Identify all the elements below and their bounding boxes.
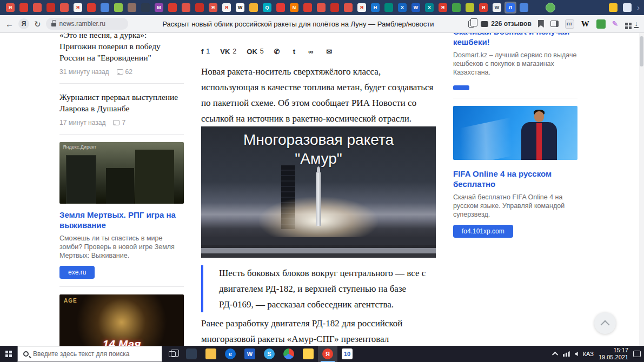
ad-image[interactable]: AGE 14 Мая [59,294,184,346]
profile-avatar[interactable] [546,3,555,12]
browser-tab[interactable]: Я [221,2,233,14]
ad-title[interactable]: Земля Мертвых. РПГ игра на выживание [59,210,184,230]
taskbar-app-button[interactable]: 10 [337,346,357,362]
browser-tab[interactable]: Л [504,2,516,14]
screenshot-pen-icon[interactable]: ✎ [612,19,619,28]
browser-tab[interactable] [194,2,205,14]
notification-center-icon[interactable] [633,351,641,357]
clock[interactable]: 15:17 19.05.2021 [599,347,628,361]
share-button[interactable]: ✆ [274,48,283,56]
share-button[interactable]: ✉ [326,48,335,56]
taskbar-app-button[interactable] [182,346,201,362]
tabstrip-light-ext-icon[interactable] [623,3,632,12]
collections-grid-icon[interactable] [625,23,628,25]
browser-tab[interactable] [518,2,530,14]
share-button[interactable]: OK 5 [247,48,263,56]
taskbar-search[interactable] [17,346,162,362]
copy-link-icon[interactable] [468,21,474,28]
taskbar-app-button[interactable] [201,346,221,362]
browser-tab[interactable] [383,2,395,14]
address-bar[interactable]: news.rambler.ru [46,18,128,30]
browser-tab[interactable] [58,2,70,14]
browser-tab[interactable]: W [410,2,422,14]
browser-tab[interactable]: Я [356,2,368,14]
share-button[interactable]: t [293,48,298,56]
scrollbar-thumb[interactable] [640,36,643,66]
browser-tab[interactable]: Н [369,2,381,14]
article-comments[interactable]: 7 [113,119,125,126]
tabstrip-overflow-chevron-icon[interactable]: › [637,3,640,12]
browser-tab[interactable] [302,2,314,14]
start-button[interactable] [0,346,17,362]
browser-tab[interactable]: Я [437,2,449,14]
browser-tab[interactable]: Я [477,2,489,14]
language-indicator[interactable]: КАЗ [583,351,594,357]
browser-tab[interactable]: X [423,2,435,14]
share-button[interactable]: VK 2 [220,48,236,56]
ad-title[interactable]: FIFA Online 4 на русском бесплатно [453,169,577,189]
browser-tab[interactable] [31,2,43,14]
browser-tab[interactable]: M [153,2,165,14]
right-ad-dosmart[interactable]: Скачивай Dosmart и получай кешбеки! Dosm… [453,33,577,90]
browser-tab[interactable]: N [288,2,300,14]
network-icon[interactable] [563,351,570,357]
browser-tab[interactable]: Я [72,2,84,14]
ad-image[interactable]: Яндекс.Директ [59,142,184,204]
yandex-logo-icon[interactable]: Я [18,18,29,29]
extension-pt-icon[interactable]: ПТ [565,19,574,29]
taskbar-app-button[interactable]: S [260,346,279,362]
browser-tab[interactable] [180,2,192,14]
right-ad-fifa[interactable]: FIFA Online 4 на русском бесплатно Скача… [453,106,577,238]
back-icon[interactable]: ← [5,20,14,28]
browser-tab[interactable] [275,2,287,14]
share-button[interactable]: ∞ [308,48,316,56]
sidebar-ad-zombie[interactable]: Яндекс.Директ Земля Мертвых. РПГ игра на… [59,142,184,279]
ad-title[interactable]: Скачивай Dosmart и получай кешбеки! [453,33,577,47]
volume-icon[interactable] [575,352,578,356]
bookmark-icon[interactable] [538,20,544,28]
browser-tab[interactable] [18,2,30,14]
browser-tab[interactable]: W [234,2,246,14]
browser-tab[interactable] [85,2,97,14]
browser-tab[interactable]: Q [261,2,273,14]
ad-button[interactable]: fo4.101xp.com [453,225,513,238]
browser-tab[interactable] [329,2,341,14]
browser-tab[interactable] [112,2,124,14]
taskbar-app-button[interactable] [279,346,298,362]
search-input[interactable] [33,350,147,358]
wikipedia-extension-icon[interactable]: W [581,19,590,29]
browser-tab[interactable]: X [396,2,408,14]
taskbar-app-button[interactable]: e [221,346,240,362]
taskbar-app-button[interactable]: Я [318,346,337,362]
browser-tab[interactable] [45,2,57,14]
sidebar-ad-endlesswar[interactable]: AGE 14 Мая Сервер EndlessWar Умирает Val… [59,294,184,346]
browser-tab[interactable] [99,2,111,14]
ad-button[interactable]: exe.ru [59,266,95,279]
sidebar-article-title[interactable]: Журналист прервал выступление Лаврова в … [59,91,184,114]
browser-tab[interactable] [167,2,178,14]
reviews-badge[interactable]: 226 отзывов [481,20,531,28]
article-comments[interactable]: 62 [117,68,132,76]
browser-tab[interactable]: Я [4,2,16,14]
ad-image[interactable] [453,106,577,160]
browser-tab[interactable] [342,2,354,14]
refresh-icon[interactable]: ↻ [34,20,41,28]
downloads-icon[interactable]: ↓ [634,20,639,28]
tabstrip-yellow-ext-icon[interactable] [609,3,618,12]
ad-mini-button[interactable] [453,85,469,90]
page-scrollbar[interactable] [639,33,644,346]
browser-tab[interactable] [464,2,476,14]
browser-tab[interactable] [126,2,138,14]
browser-tab[interactable] [450,2,462,14]
green-extension-icon[interactable] [596,19,606,29]
task-view-button[interactable] [162,346,182,362]
browser-tab[interactable]: Я [207,2,219,14]
hidden-icons-chevron-icon[interactable] [552,352,558,358]
taskbar-app-button[interactable]: W [240,346,260,362]
browser-tab[interactable] [315,2,327,14]
scroll-to-top-button[interactable] [594,312,616,334]
browser-tab[interactable]: W [491,2,503,14]
browser-tab[interactable] [140,2,151,14]
sidebar-article-title[interactable]: «Это не песня, а дурка»: Пригожин повери… [59,33,184,63]
share-button[interactable]: f 1 [201,48,210,56]
